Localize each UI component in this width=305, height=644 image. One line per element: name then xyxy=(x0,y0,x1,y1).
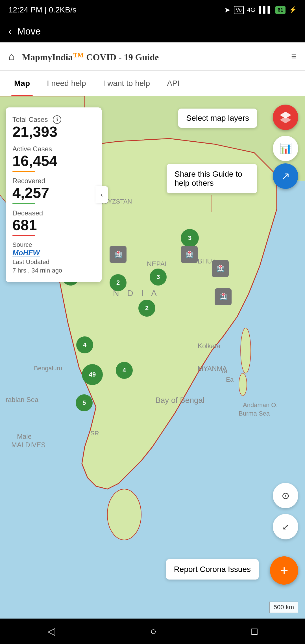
map-layers-icon-button[interactable] xyxy=(273,105,298,130)
hospital-marker-4[interactable]: 🏥 xyxy=(215,288,232,305)
tab-need-help[interactable]: I need help xyxy=(38,71,95,96)
location-status-icon: ➤ xyxy=(224,6,230,14)
battery-indicator: 61 xyxy=(275,6,286,14)
active-cases-value: 16,454 xyxy=(12,153,95,169)
map-marker-5[interactable]: 2 xyxy=(110,274,127,291)
nav-bar: ‹ Move xyxy=(0,20,305,42)
ea-label: Ea xyxy=(226,376,234,383)
active-cases-underline xyxy=(12,171,35,172)
recovered-underline xyxy=(12,203,35,204)
arabian-sea-label: rabian Sea xyxy=(6,396,38,404)
tab-want-help[interactable]: I want to help xyxy=(95,71,159,96)
bottom-nav: ◁ ○ □ xyxy=(0,619,305,644)
brand-logo: MapmyIndia™COVID - 19 Guide xyxy=(19,50,159,63)
male-label: Male xyxy=(17,433,32,440)
charging-icon: ⚡ xyxy=(289,6,297,14)
source-section: Source MoHFW Last Updated 7 hrs , 34 min… xyxy=(12,241,95,274)
status-icons: ➤ Vo 4G ▌▌▌ 61 ⚡ xyxy=(224,6,297,14)
status-time: 12:24 PM | 0.2KB/s xyxy=(8,5,77,14)
expand-button[interactable]: ⤢ xyxy=(273,514,298,539)
bengaluru-label: Bengaluru xyxy=(34,365,62,372)
deceased-row: Deceased 681 xyxy=(12,209,95,236)
home-nav-button[interactable]: ○ xyxy=(150,625,156,637)
back-button[interactable]: ‹ xyxy=(8,26,12,37)
map-marker-11[interactable]: 5 xyxy=(76,394,93,411)
brand-name: MapmyIndia xyxy=(22,52,73,62)
nav-title: Move xyxy=(17,26,41,37)
network-type-icon: 4G xyxy=(247,6,255,14)
total-cases-row: Total Cases ℹ 21,393 xyxy=(12,115,95,140)
map-marker-9[interactable]: 49 xyxy=(82,364,103,385)
tab-map[interactable]: Map xyxy=(6,71,38,96)
total-cases-label: Total Cases xyxy=(12,116,48,124)
expand-icon: ⤢ xyxy=(282,522,289,532)
back-nav-button[interactable]: ◁ xyxy=(47,625,55,637)
svg-point-5 xyxy=(239,373,247,396)
map-scale: 500 km xyxy=(269,602,298,613)
header-left: ⌂ MapmyIndia™COVID - 19 Guide xyxy=(8,50,159,63)
ya-label: Ya xyxy=(220,368,227,375)
app-header: ⌂ MapmyIndia™COVID - 19 Guide ≡ xyxy=(0,42,305,71)
bar-chart-icon: 📊 xyxy=(279,142,292,154)
share-button[interactable]: ↗ xyxy=(273,163,298,189)
last-updated-label: Last Updated xyxy=(12,258,95,266)
report-corona-button[interactable]: + xyxy=(270,556,298,585)
hospital-marker-2[interactable]: 🏥 xyxy=(181,246,198,263)
last-updated-value: 7 hrs , 34 min ago xyxy=(12,267,95,274)
bay-of-bengal-label: Bay of Bengal xyxy=(155,396,204,405)
share-tooltip: Share this Guide to help others xyxy=(167,164,257,193)
menu-button[interactable]: ≡ xyxy=(291,51,297,62)
panel-collapse-arrow[interactable]: ‹ xyxy=(95,186,108,203)
total-cases-value: 21,393 xyxy=(12,124,95,140)
recovered-label: Recovered xyxy=(12,177,45,185)
map-marker-3[interactable]: 3 xyxy=(181,229,199,247)
maldives-label: MALDIVES xyxy=(11,441,45,449)
tab-bar: Map I need help I want to help API xyxy=(0,71,305,96)
source-label: Source xyxy=(12,241,95,248)
recent-nav-button[interactable]: □ xyxy=(251,625,258,637)
my-location-button[interactable]: ⊙ xyxy=(273,483,298,508)
deceased-label: Deceased xyxy=(12,209,43,217)
stats-icon-button[interactable]: 📊 xyxy=(273,136,298,161)
add-icon: + xyxy=(280,562,288,579)
location-icon: ⊙ xyxy=(282,490,289,501)
svg-point-4 xyxy=(241,328,251,373)
app-title: COVID - 19 Guide xyxy=(86,52,159,62)
nepal-label: NEPAL xyxy=(147,260,169,268)
recovered-row: Recovered 4,257 xyxy=(12,177,95,204)
active-cases-row: Active Cases 16,454 xyxy=(12,145,95,172)
deceased-value: 681 xyxy=(12,217,95,233)
vo-icon: Vo xyxy=(234,6,244,14)
svg-marker-9 xyxy=(280,116,291,123)
kolkata-label: Kolkata xyxy=(198,342,220,350)
map-marker-7[interactable]: 2 xyxy=(138,300,155,317)
signal-icon: ▌▌▌ xyxy=(259,6,272,14)
map-marker-10[interactable]: 4 xyxy=(116,362,133,379)
burma-sea-label: Burma Sea xyxy=(239,410,270,417)
home-icon[interactable]: ⌂ xyxy=(8,51,15,62)
active-cases-label: Active Cases xyxy=(12,145,52,153)
map-container: Bishkek BEKISTAN AI A KYRGYZSTAN YAN New… xyxy=(0,96,305,644)
map-layers-button[interactable]: Select map layers xyxy=(178,109,257,128)
map-marker-6[interactable]: 3 xyxy=(150,269,167,286)
status-bar: 12:24 PM | 0.2KB/s ➤ Vo 4G ▌▌▌ 61 ⚡ xyxy=(0,0,305,20)
hospital-marker-1[interactable]: 🏥 xyxy=(110,246,127,263)
share-icon: ↗ xyxy=(281,170,290,182)
recovered-value: 4,257 xyxy=(12,185,95,201)
info-icon[interactable]: ℹ xyxy=(53,115,61,124)
deceased-underline xyxy=(12,235,35,236)
stats-panel: Total Cases ℹ 21,393 Active Cases 16,454… xyxy=(6,107,102,282)
sr-label: SR xyxy=(90,430,99,437)
tab-api[interactable]: API xyxy=(158,71,188,96)
andaman-label: Andaman O. xyxy=(243,401,278,409)
svg-point-3 xyxy=(107,489,141,540)
map-marker-8[interactable]: 4 xyxy=(76,336,93,353)
source-link[interactable]: MoHFW xyxy=(12,248,95,257)
report-tooltip: Report Corona Issues xyxy=(166,559,259,580)
hospital-marker-3[interactable]: 🏥 xyxy=(212,260,229,277)
